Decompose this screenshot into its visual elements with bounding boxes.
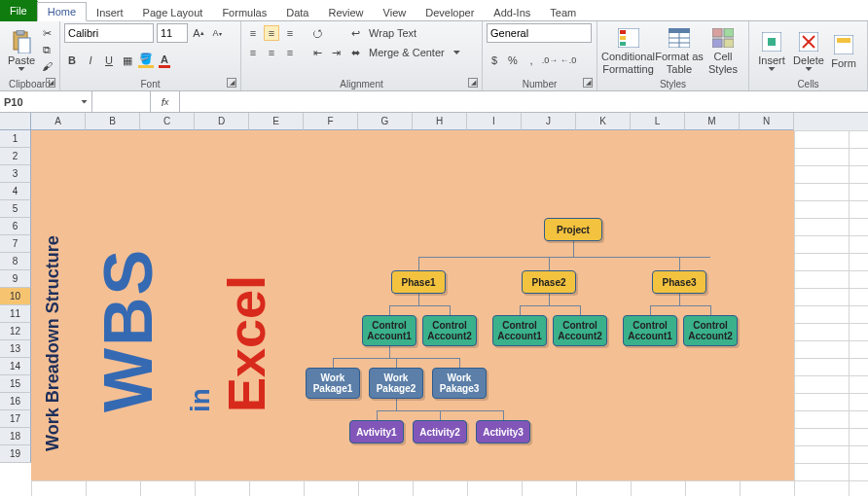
- decrease-font-button[interactable]: A▾: [209, 25, 225, 41]
- node-ca1-3[interactable]: Control Account1: [623, 315, 677, 346]
- node-activity3[interactable]: Activity3: [476, 420, 530, 443]
- merge-center-button[interactable]: ⬌ Merge & Center: [351, 43, 460, 62]
- tab-team[interactable]: Team: [540, 4, 586, 21]
- dialog-launcher-icon[interactable]: ◢: [46, 78, 55, 88]
- row-header[interactable]: 19: [0, 445, 31, 463]
- row-header[interactable]: 13: [0, 340, 31, 358]
- increase-font-button[interactable]: A▴: [191, 25, 206, 41]
- row-header[interactable]: 5: [0, 200, 31, 218]
- insert-cells-button[interactable]: Insert: [753, 23, 790, 78]
- tab-data[interactable]: Data: [276, 4, 318, 21]
- delete-cells-button[interactable]: Delete: [790, 23, 827, 78]
- dialog-launcher-icon[interactable]: ◢: [468, 78, 478, 88]
- align-bottom-button[interactable]: ≡: [282, 25, 298, 41]
- cut-button[interactable]: ✂: [39, 25, 54, 41]
- tab-formulas[interactable]: Formulas: [212, 4, 276, 21]
- row-header[interactable]: 14: [0, 358, 31, 375]
- format-cells-button[interactable]: Form: [827, 23, 860, 78]
- number-format-combo[interactable]: [487, 23, 592, 43]
- row-header[interactable]: 10: [0, 288, 31, 305]
- tab-developer[interactable]: Developer: [416, 4, 484, 21]
- node-phase2[interactable]: Phase2: [522, 270, 576, 294]
- percent-button[interactable]: %: [505, 53, 521, 68]
- row-header[interactable]: 1: [0, 130, 31, 148]
- column-header[interactable]: G: [358, 113, 413, 130]
- node-ca2-3[interactable]: Control Account2: [683, 315, 738, 346]
- align-center-button[interactable]: ≡: [264, 45, 279, 60]
- column-header[interactable]: A: [31, 113, 86, 130]
- column-header[interactable]: B: [86, 113, 140, 130]
- column-header[interactable]: F: [304, 113, 358, 130]
- align-top-button[interactable]: ≡: [245, 25, 261, 41]
- node-wp2[interactable]: Work Pakage2: [369, 368, 423, 399]
- node-wp3[interactable]: Work Pakage3: [432, 368, 487, 399]
- orientation-button[interactable]: ⭯: [309, 25, 325, 41]
- formula-input[interactable]: [180, 91, 868, 112]
- cell-grid[interactable]: Work Breadown Structure WBS in Excel: [31, 130, 868, 496]
- tab-addins[interactable]: Add-Ins: [484, 4, 540, 21]
- row-header[interactable]: 17: [0, 410, 31, 428]
- tab-view[interactable]: View: [374, 4, 416, 21]
- tab-page-layout[interactable]: Page Layout: [133, 4, 213, 21]
- tab-home[interactable]: Home: [37, 2, 87, 21]
- increase-decimal-button[interactable]: .0→: [542, 53, 558, 68]
- font-size-combo[interactable]: [157, 23, 188, 43]
- node-wp1[interactable]: Work Pakage1: [306, 368, 360, 399]
- row-header[interactable]: 15: [0, 375, 31, 393]
- underline-button[interactable]: U: [101, 53, 117, 68]
- align-right-button[interactable]: ≡: [282, 45, 298, 60]
- row-header[interactable]: 2: [0, 148, 31, 165]
- format-as-table-button[interactable]: Format as Table: [655, 23, 704, 78]
- row-header[interactable]: 18: [0, 428, 31, 445]
- align-middle-button[interactable]: ≡: [264, 25, 279, 41]
- node-activity2[interactable]: Activity2: [413, 420, 467, 443]
- dialog-launcher-icon[interactable]: ◢: [227, 78, 236, 88]
- row-header[interactable]: 3: [0, 165, 31, 183]
- node-ca1-2[interactable]: Control Account1: [492, 315, 547, 346]
- node-phase3[interactable]: Phase3: [652, 270, 706, 294]
- font-name-combo[interactable]: [64, 23, 154, 43]
- node-ca1-1[interactable]: Control Account1: [362, 315, 416, 346]
- paste-button[interactable]: Paste: [4, 23, 39, 78]
- decrease-indent-button[interactable]: ⇤: [309, 45, 325, 60]
- wrap-text-button[interactable]: ↩ Wrap Text: [351, 23, 460, 43]
- tab-insert[interactable]: Insert: [87, 4, 133, 21]
- increase-indent-button[interactable]: ⇥: [328, 45, 344, 60]
- italic-button[interactable]: I: [83, 53, 98, 68]
- tab-file[interactable]: File: [0, 0, 37, 21]
- column-header[interactable]: J: [522, 113, 576, 130]
- diagram-shape[interactable]: Work Breadown Structure WBS in Excel: [31, 130, 794, 480]
- column-header[interactable]: N: [740, 113, 794, 130]
- fx-button[interactable]: fx: [151, 91, 180, 112]
- column-header[interactable]: D: [195, 113, 249, 130]
- comma-button[interactable]: ,: [524, 53, 539, 68]
- column-header[interactable]: C: [140, 113, 195, 130]
- fill-color-button[interactable]: 🪣: [138, 53, 154, 68]
- decrease-decimal-button[interactable]: ←.0: [561, 53, 576, 68]
- node-ca2-2[interactable]: Control Account2: [553, 315, 607, 346]
- row-header[interactable]: 11: [0, 305, 31, 323]
- bold-button[interactable]: B: [64, 53, 80, 68]
- conditional-formatting-button[interactable]: Conditional Formatting: [601, 23, 655, 78]
- copy-button[interactable]: ⧉: [39, 42, 54, 57]
- row-header[interactable]: 9: [0, 270, 31, 288]
- tab-review[interactable]: Review: [318, 4, 373, 21]
- format-painter-button[interactable]: 🖌: [39, 58, 54, 74]
- name-box[interactable]: P10: [0, 91, 92, 112]
- borders-button[interactable]: ▦: [120, 53, 135, 68]
- accounting-button[interactable]: $: [487, 53, 502, 68]
- cell-styles-button[interactable]: Cell Styles: [704, 23, 742, 78]
- select-all-corner[interactable]: [0, 113, 31, 130]
- column-header[interactable]: H: [413, 113, 467, 130]
- row-header[interactable]: 7: [0, 235, 31, 253]
- row-header[interactable]: 6: [0, 218, 31, 235]
- font-color-button[interactable]: A: [157, 53, 172, 68]
- row-header[interactable]: 16: [0, 393, 31, 410]
- column-header[interactable]: E: [249, 113, 304, 130]
- column-header[interactable]: I: [467, 113, 522, 130]
- node-project[interactable]: Project: [544, 218, 602, 241]
- row-header[interactable]: 8: [0, 253, 31, 270]
- node-activity1[interactable]: Avtivity1: [349, 420, 404, 443]
- align-left-button[interactable]: ≡: [245, 45, 261, 60]
- column-header[interactable]: K: [576, 113, 631, 130]
